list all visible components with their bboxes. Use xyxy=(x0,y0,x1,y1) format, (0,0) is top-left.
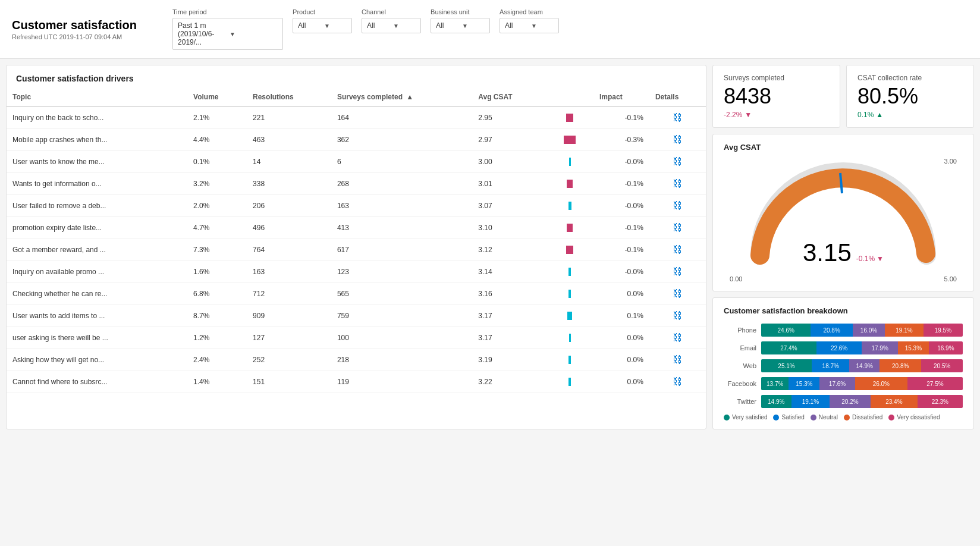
cell-topic: Wants to get information o... xyxy=(7,173,187,195)
cell-avg-csat: 3.00 xyxy=(472,151,546,173)
cell-avg-csat: 3.17 xyxy=(472,327,546,349)
left-panel: Customer satisfaction drivers Topic Volu… xyxy=(6,65,706,429)
surveys-change-text: -2.2% xyxy=(724,111,742,119)
filter-time-period-label: Time period xyxy=(172,8,283,15)
legend-label: Very satisfied xyxy=(732,414,767,421)
cell-impact-bar xyxy=(546,195,593,217)
cell-details[interactable]: ⛓ xyxy=(649,349,706,371)
drivers-table-container[interactable]: Topic Volume Resolutions Surveys complet… xyxy=(7,88,706,393)
cell-details[interactable]: ⛓ xyxy=(649,217,706,239)
col-impact-val: Impact xyxy=(593,88,649,106)
breakdown-seg-neutral: 17.6% xyxy=(819,377,855,390)
filter-business-unit-select[interactable]: All ▼ xyxy=(431,18,490,33)
cell-topic: promotion expiry date liste... xyxy=(7,217,187,239)
cell-impact-bar xyxy=(546,261,593,283)
cell-details[interactable]: ⛓ xyxy=(649,106,706,129)
breakdown-channel-bars: 13.7%15.3%17.6%26.0%27.5% xyxy=(761,377,963,390)
legend-item: Very satisfied xyxy=(724,414,767,421)
cell-avg-csat: 3.16 xyxy=(472,283,546,305)
down-arrow-icon: ▼ xyxy=(745,111,752,119)
table-row[interactable]: User wants to add items to ... 8.7% 909 … xyxy=(7,305,706,327)
breakdown-title: Customer satisfaction breakdown xyxy=(724,306,963,315)
table-row[interactable]: Checking whether he can re... 6.8% 712 5… xyxy=(7,283,706,305)
page-title: Customer satisfaction xyxy=(12,18,137,32)
cell-details[interactable]: ⛓ xyxy=(649,173,706,195)
filter-product-select[interactable]: All ▼ xyxy=(293,18,352,33)
cell-topic: Inquiry on available promo ... xyxy=(7,261,187,283)
legend-dot xyxy=(888,415,894,421)
cell-impact-bar xyxy=(546,283,593,305)
cell-avg-csat: 3.01 xyxy=(472,173,546,195)
col-topic: Topic xyxy=(7,88,187,106)
table-row[interactable]: Cannot find where to subsrc... 1.4% 151 … xyxy=(7,371,706,393)
cell-details[interactable]: ⛓ xyxy=(649,305,706,327)
col-surveys-completed[interactable]: Surveys completed ▲ xyxy=(331,88,472,106)
main-content: Customer satisfaction drivers Topic Volu… xyxy=(0,59,980,435)
cell-details[interactable]: ⛓ xyxy=(649,371,706,393)
cell-details[interactable]: ⛓ xyxy=(649,129,706,151)
avg-csat-change: -0.1% ▼ xyxy=(856,255,884,263)
cell-topic: Inquiry on the back to scho... xyxy=(7,106,187,129)
chevron-down-icon: ▼ xyxy=(393,23,416,29)
breakdown-seg-dissatisfied: 15.3% xyxy=(898,341,929,354)
cell-details[interactable]: ⛓ xyxy=(649,327,706,349)
filter-channel-label: Channel xyxy=(362,8,421,15)
surveys-completed-value: 8438 xyxy=(724,86,829,107)
cell-details[interactable]: ⛓ xyxy=(649,261,706,283)
breakdown-seg-very-dissatisfied: 27.5% xyxy=(907,377,963,390)
filter-time-period-value: Past 1 m (2019/10/6-2019/... xyxy=(178,21,226,46)
cell-surveys: 268 xyxy=(331,173,472,195)
cell-surveys: 565 xyxy=(331,283,472,305)
cell-impact-bar xyxy=(546,217,593,239)
cell-details[interactable]: ⛓ xyxy=(649,239,706,261)
filters-bar: Time period Past 1 m (2019/10/6-2019/...… xyxy=(172,8,968,50)
cell-details[interactable]: ⛓ xyxy=(649,283,706,305)
col-volume: Volume xyxy=(187,88,247,106)
cell-impact-bar xyxy=(546,173,593,195)
cell-impact: -0.1% xyxy=(593,239,649,261)
table-row[interactable]: Asking how they will get no... 2.4% 252 … xyxy=(7,349,706,371)
avg-csat-label: Avg CSAT xyxy=(724,143,963,152)
breakdown-seg-very-dissatisfied: 16.9% xyxy=(929,341,963,354)
cell-volume: 1.4% xyxy=(187,371,247,393)
legend-item: Satisfied xyxy=(773,414,804,421)
cell-surveys: 119 xyxy=(331,371,472,393)
table-row[interactable]: Mobile app crashes when th... 4.4% 463 3… xyxy=(7,129,706,151)
legend-label: Very dissatisfied xyxy=(897,414,940,421)
filter-business-unit-value: All xyxy=(436,21,458,30)
table-row[interactable]: Wants to get information o... 3.2% 338 2… xyxy=(7,173,706,195)
cell-impact: 0.0% xyxy=(593,371,649,393)
cell-avg-csat: 3.19 xyxy=(472,349,546,371)
cell-volume: 0.1% xyxy=(187,151,247,173)
cell-details[interactable]: ⛓ xyxy=(649,195,706,217)
cell-impact: -0.0% xyxy=(593,151,649,173)
filter-product: Product All ▼ xyxy=(293,8,352,50)
cell-impact-bar xyxy=(546,327,593,349)
table-row[interactable]: Inquiry on the back to scho... 2.1% 221 … xyxy=(7,106,706,129)
filter-time-period-select[interactable]: Past 1 m (2019/10/6-2019/... ▼ xyxy=(172,18,283,50)
cell-topic: Got a member reward, and ... xyxy=(7,239,187,261)
filter-assigned-team-value: All xyxy=(505,21,527,30)
filter-channel-select[interactable]: All ▼ xyxy=(362,18,421,33)
table-row[interactable]: user asking is there weill be ... 1.2% 1… xyxy=(7,327,706,349)
cell-resolutions: 151 xyxy=(247,371,331,393)
table-row[interactable]: promotion expiry date liste... 4.7% 496 … xyxy=(7,217,706,239)
cell-volume: 6.8% xyxy=(187,283,247,305)
breakdown-seg-very-dissatisfied: 22.3% xyxy=(918,395,963,408)
gauge-bottom-labels: 0.00 5.00 xyxy=(724,275,963,283)
csat-rate-value: 80.5% xyxy=(857,86,963,107)
down-arrow-icon: ▼ xyxy=(877,255,884,263)
filter-assigned-team-select[interactable]: All ▼ xyxy=(500,18,559,33)
cell-topic: Asking how they will get no... xyxy=(7,349,187,371)
cell-avg-csat: 3.17 xyxy=(472,305,546,327)
table-row[interactable]: User failed to remove a deb... 2.0% 206 … xyxy=(7,195,706,217)
cell-impact: -0.0% xyxy=(593,195,649,217)
table-row[interactable]: User wants to know the me... 0.1% 14 6 3… xyxy=(7,151,706,173)
cell-details[interactable]: ⛓ xyxy=(649,151,706,173)
table-row[interactable]: Got a member reward, and ... 7.3% 764 61… xyxy=(7,239,706,261)
table-row[interactable]: Inquiry on available promo ... 1.6% 163 … xyxy=(7,261,706,283)
cell-volume: 7.3% xyxy=(187,239,247,261)
breakdown-channel-bars: 14.9%19.1%20.2%23.4%22.3% xyxy=(761,395,963,408)
breakdown-seg-dissatisfied: 19.1% xyxy=(885,324,924,337)
right-panel: Surveys completed 8438 -2.2% ▼ CSAT coll… xyxy=(712,65,974,429)
